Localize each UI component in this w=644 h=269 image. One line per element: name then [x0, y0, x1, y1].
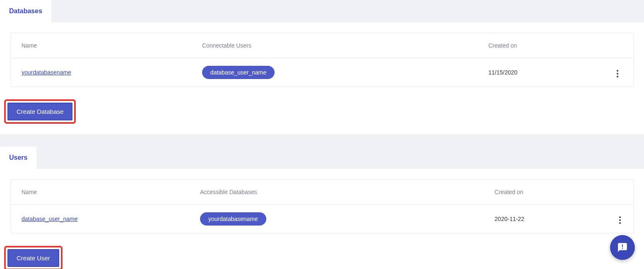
chat-fab-button[interactable] — [610, 235, 635, 260]
highlight-create-database: Create Database — [4, 99, 76, 124]
users-col-actions — [607, 180, 633, 205]
users-table-wrapper: Name Accessible Databases Created on dat… — [0, 169, 644, 233]
users-col-date: Created on — [484, 180, 607, 205]
kebab-menu-icon[interactable] — [615, 68, 620, 79]
databases-col-name: Name — [11, 33, 191, 58]
users-section: Users Name Accessible Databases Created … — [0, 147, 644, 269]
users-button-area: Create User — [0, 233, 644, 269]
highlight-create-user: Create User — [4, 246, 63, 269]
accessible-db-pill[interactable]: yourdatabasename — [200, 212, 266, 226]
databases-col-date: Created on — [478, 33, 602, 58]
table-row: database_user_name yourdatabasename 2020… — [11, 205, 633, 233]
user-name-link[interactable]: database_user_name — [22, 216, 77, 222]
databases-table: Name Connectable Users Created on yourda… — [10, 33, 634, 87]
table-row: yourdatabasename database_user_name 11/1… — [11, 58, 633, 86]
database-name-link[interactable]: yourdatabasename — [22, 69, 71, 76]
create-user-button[interactable]: Create User — [7, 249, 59, 267]
user-created-date: 2020-11-22 — [484, 205, 607, 233]
databases-section: Databases Name Connectable Users Created… — [0, 0, 644, 134]
databases-tabs: Databases — [0, 0, 644, 22]
databases-header-row: Name Connectable Users Created on — [11, 33, 633, 58]
connectable-user-pill[interactable]: database_user_name — [202, 66, 275, 79]
tab-users[interactable]: Users — [0, 147, 36, 169]
users-col-dbs: Accessible Databases — [189, 180, 484, 205]
users-header-row: Name Accessible Databases Created on — [11, 180, 633, 205]
tab-databases[interactable]: Databases — [0, 0, 51, 22]
kebab-menu-icon[interactable] — [617, 215, 622, 226]
databases-button-area: Create Database — [0, 87, 644, 134]
users-table: Name Accessible Databases Created on dat… — [10, 179, 634, 233]
databases-col-users: Connectable Users — [191, 33, 478, 58]
users-tabs: Users — [0, 147, 644, 169]
users-col-name: Name — [11, 180, 189, 205]
chat-icon — [617, 242, 628, 253]
databases-table-wrapper: Name Connectable Users Created on yourda… — [0, 22, 644, 87]
database-created-date: 11/15/2020 — [478, 58, 602, 86]
databases-col-actions — [602, 33, 633, 58]
create-database-button[interactable]: Create Database — [7, 103, 72, 120]
